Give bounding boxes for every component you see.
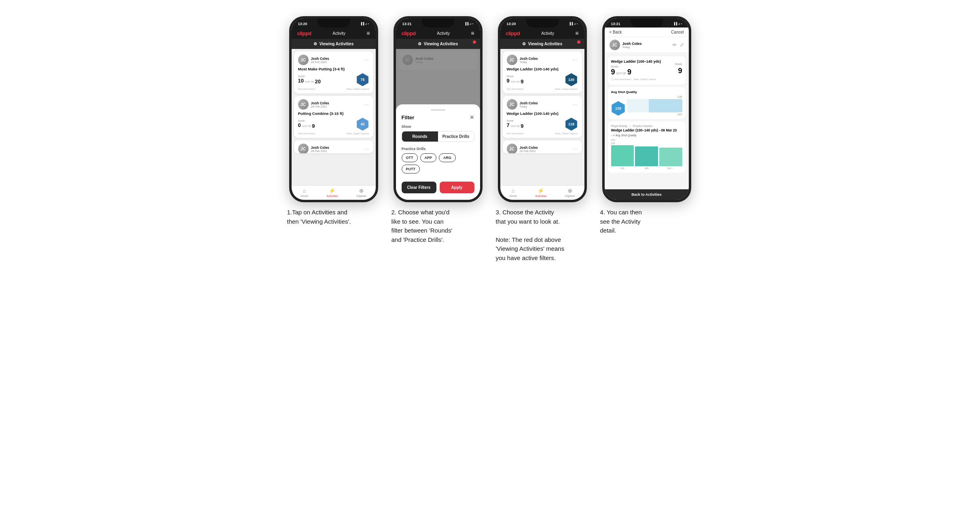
activities-icon-3: ⚡ <box>538 188 544 194</box>
menu-icon-3[interactable]: ≡ <box>575 30 578 36</box>
nav-bar-1: clippd Activity ≡ <box>292 28 376 39</box>
chip-putt[interactable]: PUTT <box>402 165 420 174</box>
more-dots-3-3[interactable]: ··· <box>572 146 578 152</box>
filter-toggle-row: Rounds Practice Drills <box>402 131 474 142</box>
test-info-1-2: Test Information <box>298 132 315 135</box>
more-dots-1-2[interactable]: ··· <box>364 102 369 107</box>
phone-4-column: 13:21 ▐▐ ⊿ ▪ < Back Cancel JC Josh Coles… <box>600 16 693 235</box>
detail-content-4: Wedge Ladder (100–140 yds) Score 9 OUT O… <box>605 53 689 189</box>
more-dots-3-1[interactable]: ··· <box>572 57 578 63</box>
bottom-nav-home-1[interactable]: ⌂ Home <box>301 188 308 197</box>
more-dots-1-1[interactable]: ··· <box>364 57 369 63</box>
avg-shot-quality-title-4: Avg Shot Quality <box>611 90 682 94</box>
bottom-nav-capture-1[interactable]: ⊕ Capture <box>356 188 366 197</box>
filter-practice-section-label: Practice Drills <box>402 147 474 151</box>
filter-rounds-btn[interactable]: Rounds <box>402 131 438 142</box>
activity-card-1-2[interactable]: JC Josh Coles 28 Feb 2023 ··· Putting Co… <box>294 96 373 138</box>
chart-area-4: 130 130 APP <box>611 95 682 116</box>
filter-practice-btn[interactable]: Practice Drills <box>438 131 474 142</box>
more-dots-3-2[interactable]: ··· <box>572 102 578 107</box>
detail-nav-4: < Back Cancel <box>605 28 689 37</box>
user-date-3-1: Today <box>520 61 538 63</box>
caption-4: 4. You can then see the Activity detail. <box>600 208 693 235</box>
chart-hex-val-4: 130 <box>615 106 621 110</box>
detail-chart-card-4: Avg Shot Quality 130 130 <box>608 87 686 119</box>
menu-icon-1[interactable]: ≡ <box>366 30 370 36</box>
test-info-4: Test Information <box>614 78 631 80</box>
detail-main-title-4: Wedge Ladder (100–140 yds) <box>611 59 661 63</box>
status-icons-2: ▐▐ ⊿ ▪ <box>464 22 473 25</box>
more-dots-1-3[interactable]: ··· <box>364 146 369 152</box>
back-btn-4[interactable]: < Back <box>610 30 622 34</box>
filter-handle <box>431 109 445 111</box>
bar-label-1: 132 <box>611 167 634 169</box>
score-val-1-2: 0 <box>298 122 301 128</box>
user-date-3-2: Today <box>520 105 538 108</box>
activity-card-1-3[interactable]: JC Josh Coles 28 Feb 2023 ··· <box>294 140 373 153</box>
status-time-2: 13:21 <box>402 22 412 26</box>
phones-row: 13:20 ▐▐ ⊿ ▪ clippd Activity ≡ ⚙ Viewing… <box>287 16 693 262</box>
capture-label-3: Capture <box>565 195 575 197</box>
viewing-activities-bar-3[interactable]: ⚙ Viewing Activities <box>500 39 584 49</box>
settings-icon-2: ⚙ <box>418 42 421 46</box>
score-val-4: 9 <box>611 68 615 76</box>
nav-title-1: Activity <box>332 31 345 36</box>
score-label-1-1: Score <box>298 75 321 78</box>
chip-ott[interactable]: OTT <box>402 153 418 162</box>
activity-card-1-1[interactable]: JC Josh Coles 28 Feb 2023 ··· Must Make … <box>294 51 373 93</box>
card-user-1-2: JC Josh Coles 28 Feb 2023 <box>298 99 329 110</box>
user-info-1-2: Josh Coles 28 Feb 2023 <box>311 101 329 108</box>
filter-close-icon[interactable]: ✕ <box>470 114 474 121</box>
settings-icon-1: ⚙ <box>313 42 317 46</box>
bottom-nav-capture-3[interactable]: ⊕ Capture <box>565 188 575 197</box>
avatar-1-2: JC <box>298 99 309 110</box>
user-date-1-3: 28 Feb 2023 <box>311 150 329 152</box>
screen-content-2: JC Josh Coles Today <box>396 49 480 200</box>
activity-card-3-3[interactable]: JC Josh Coles 28 Feb 2023 ··· <box>503 140 582 153</box>
card-user-3-1: JC Josh Coles Today <box>507 55 538 65</box>
back-to-activities-btn-4[interactable]: Back to Activities <box>605 189 689 200</box>
data-source-3-1: Data: Clippd Capture <box>555 88 578 90</box>
card-header-1-1: JC Josh Coles 28 Feb 2023 ··· <box>298 55 369 65</box>
card-header-1-3: JC Josh Coles 28 Feb 2023 ··· <box>298 144 369 153</box>
apply-btn[interactable]: Apply <box>440 182 474 193</box>
nav-title-2: Activity <box>437 31 450 36</box>
avatar-3-1: JC <box>507 55 517 65</box>
cancel-btn-4[interactable]: Cancel <box>671 30 684 34</box>
chart-max-label-4: 130 <box>677 95 682 98</box>
activities-icon-1: ⚡ <box>329 188 335 194</box>
logo-3: clippd <box>506 30 520 36</box>
viewing-activities-bar-2[interactable]: ⚙ Viewing Activities <box>396 39 480 49</box>
filter-show-label: Show <box>402 125 474 129</box>
score-label-1-2: Score <box>298 119 315 122</box>
shot-quality-1-1: 75 <box>356 73 369 86</box>
card-title-1-2: Putting Combine (3-15 ft) <box>298 111 369 116</box>
menu-icon-2[interactable]: ≡ <box>471 30 474 36</box>
shot-quality-3-2: 118 <box>565 118 578 131</box>
bottom-nav-home-3[interactable]: ⌂ Home <box>509 188 517 197</box>
viewing-activities-label-3: Viewing Activities <box>528 42 562 46</box>
user-name-3-3: Josh Coles <box>520 146 538 150</box>
phone-4-screen: 13:21 ▐▐ ⊿ ▪ < Back Cancel JC Josh Coles… <box>605 19 689 200</box>
hex-val-1-1: 75 <box>360 78 364 82</box>
chip-arg[interactable]: ARG <box>439 153 456 162</box>
session-bar-1 <box>611 145 634 166</box>
score-label-4: Score <box>611 65 618 68</box>
viewing-activities-label-1: Viewing Activities <box>320 42 353 46</box>
activity-card-3-1[interactable]: JC Josh Coles Today ··· Wedge Ladder (10… <box>503 51 582 93</box>
status-time-1: 13:20 <box>298 22 307 26</box>
chip-app[interactable]: APP <box>420 153 437 162</box>
clear-filters-btn[interactable]: Clear Filters <box>402 182 436 193</box>
card-stats-1-1: Score 10 OUT OF 20 <box>298 73 369 86</box>
expand-icon-4[interactable]: ⤢ <box>680 42 684 48</box>
shots-display-4: 9 <box>675 67 682 75</box>
activity-card-3-2[interactable]: JC Josh Coles Today ··· Wedge Ladder (10… <box>503 96 582 138</box>
filter-header: Filter ✕ <box>402 114 474 121</box>
status-icons-4: ▐▐ ⊿ ▪ <box>673 22 682 25</box>
user-info-1-1: Josh Coles 28 Feb 2023 <box>311 57 329 63</box>
bottom-nav-activities-3[interactable]: ⚡ Activities <box>536 188 547 197</box>
bottom-nav-activities-1[interactable]: ⚡ Activities <box>327 188 338 197</box>
edit-icon-4[interactable]: ✏ <box>673 42 677 48</box>
score-label-3-2: Score <box>507 119 524 122</box>
viewing-activities-bar-1[interactable]: ⚙ Viewing Activities <box>292 39 376 49</box>
